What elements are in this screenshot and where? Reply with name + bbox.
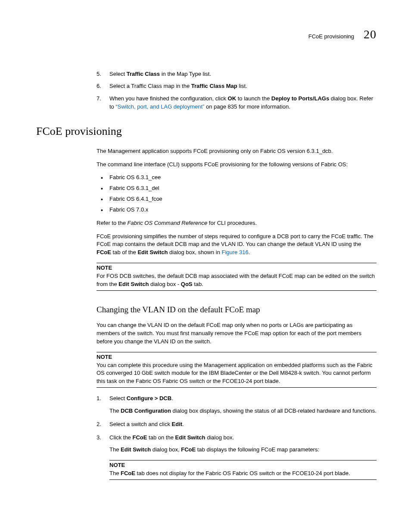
proc-step-2: Select a switch and click Edit.: [97, 420, 377, 429]
section-heading: FCoE provisioning: [36, 123, 377, 140]
provisioning-para: FCoE provisioning simplifies the number …: [97, 233, 377, 257]
proc-step-3: Click the FCoE tab on the Edit Switch di…: [97, 434, 377, 454]
note-label: NOTE: [97, 352, 377, 361]
proc-substep: The DCB Configuration dialog box display…: [109, 407, 377, 415]
chapter-number: 20: [364, 26, 377, 44]
list-item: Fabric OS 6.3.1_cee: [97, 174, 377, 182]
note-block: NOTE For FOS DCB switches, the default D…: [97, 263, 377, 291]
subsection-heading: Changing the VLAN ID on the default FCoE…: [97, 304, 377, 316]
page-content: Select Traffic Class in the Map Type lis…: [97, 70, 377, 480]
note-label: NOTE: [109, 460, 377, 470]
proc-step-1: Select Configure > DCB. The DCB Configur…: [97, 395, 377, 415]
note-label: NOTE: [97, 263, 377, 272]
note-body: You can complete this procedure using th…: [97, 361, 377, 388]
continued-steps: Select Traffic Class in the Map Type lis…: [97, 70, 377, 111]
step-6: Select a Traffic Class map in the Traffi…: [97, 82, 377, 90]
vlan-change-para: You can change the VLAN ID on the defaul…: [97, 321, 377, 346]
list-item: Fabric OS 6.3.1_del: [97, 184, 377, 193]
note-block: NOTE You can complete this procedure usi…: [97, 352, 377, 388]
procedure-list: Select Configure > DCB. The DCB Configur…: [97, 395, 377, 454]
step-5: Select Traffic Class in the Map Type lis…: [97, 70, 377, 78]
xref-figure-316[interactable]: Figure 316: [221, 249, 248, 255]
os-version-list: Fabric OS 6.3.1_cee Fabric OS 6.3.1_del …: [97, 174, 377, 214]
xref-deployment[interactable]: “Switch, port, and LAG deployment”: [115, 103, 204, 110]
proc-substep: The Edit Switch dialog box, FCoE tab dis…: [109, 446, 377, 454]
list-item: Fabric OS 7.0.x: [97, 206, 377, 214]
note-block: NOTE The FCoE tab does not display for t…: [109, 460, 377, 480]
intro-para-2: The command line interface (CLI) support…: [97, 161, 377, 169]
reference-para: Refer to the Fabric OS Command Reference…: [97, 219, 377, 227]
intro-para-1: The Management application supports FCoE…: [97, 147, 377, 156]
step-7: When you have finished the configuration…: [97, 95, 377, 111]
note-body: For FOS DCB switches, the default DCB ma…: [97, 272, 377, 291]
page-header: FCoE provisioning 20: [36, 26, 377, 44]
note-body: The FCoE tab does not display for the Fa…: [109, 470, 377, 480]
running-title: FCoE provisioning: [308, 33, 354, 41]
list-item: Fabric OS 6.4.1_fcoe: [97, 195, 377, 203]
